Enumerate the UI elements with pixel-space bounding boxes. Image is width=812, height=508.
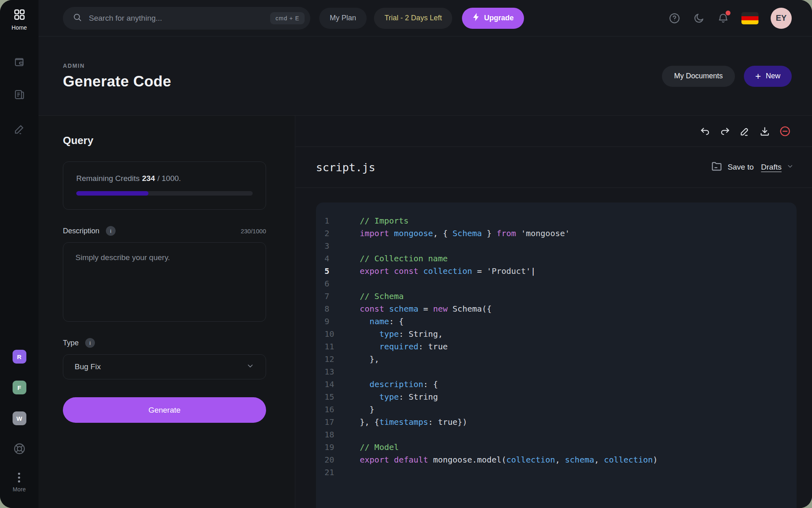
trial-badge[interactable]: Trial - 2 Days Left [374, 8, 452, 29]
line-number: 19 [324, 441, 360, 454]
notifications-bell-icon[interactable] [717, 12, 729, 24]
line-number: 11 [324, 340, 360, 353]
save-target-drafts: Drafts [761, 163, 782, 172]
line-content: } [360, 403, 374, 416]
type-select[interactable]: Bug Fix [63, 354, 266, 379]
line-number: 10 [324, 328, 360, 340]
editor-panel: script.js Save to Drafts 1// Imports2imp… [296, 116, 812, 508]
edit-pencil-icon[interactable] [739, 126, 750, 137]
type-label: Type [63, 339, 79, 347]
page-title: Generate Code [63, 73, 171, 90]
sidebar-item-documents[interactable] [13, 88, 26, 101]
pencil-icon [13, 123, 26, 135]
my-documents-button[interactable]: My Documents [662, 66, 735, 87]
credits-prefix: Remaining Credits [76, 174, 140, 183]
code-line: 14 description: { [324, 378, 788, 391]
help-icon[interactable] [668, 12, 681, 24]
my-plan-button[interactable]: My Plan [319, 8, 367, 29]
sidebar-more-label: More [13, 486, 26, 493]
grid-icon [13, 8, 26, 21]
topbar-icons: EY [668, 8, 792, 29]
search-shortcut-badge: cmd + E [270, 12, 305, 24]
code-line: 20export default mongoose.model(collecti… [324, 454, 788, 466]
line-content: import mongoose, { Schema } from 'mongoo… [360, 227, 570, 240]
more-dots-icon [17, 472, 21, 483]
line-content: description: { [360, 378, 438, 391]
sidebar-item-home[interactable]: Home [11, 8, 27, 31]
undo-icon[interactable] [700, 126, 711, 137]
line-content: // Imports [360, 215, 408, 227]
line-number: 15 [324, 391, 360, 403]
chevron-down-icon [786, 163, 794, 172]
user-avatar[interactable]: EY [771, 8, 792, 29]
line-number: 9 [324, 315, 360, 328]
line-number: 8 [324, 303, 360, 315]
description-info-icon[interactable]: i [106, 226, 116, 236]
sidebar-workspaces: R F W [13, 350, 26, 425]
line-content: }, {timestamps: true}) [360, 416, 467, 428]
upgrade-button[interactable]: Upgrade [462, 8, 524, 29]
editor-toolbar [296, 116, 812, 147]
credits-value: 234 [142, 174, 155, 183]
code-lines: 1// Imports2import mongoose, { Schema } … [324, 215, 788, 479]
line-number: 3 [324, 240, 360, 252]
code-line: 7// Schema [324, 290, 788, 303]
line-content: const schema = new Schema({ [360, 303, 492, 315]
line-number: 7 [324, 290, 360, 303]
workspace-avatar-f[interactable]: F [13, 381, 26, 394]
type-info-icon[interactable]: i [85, 338, 95, 348]
sidebar-item-more[interactable]: More [13, 472, 26, 493]
notification-dot [726, 11, 730, 15]
line-number: 17 [324, 416, 360, 428]
code-line: 16 } [324, 403, 788, 416]
remove-minus-circle-icon[interactable] [779, 125, 791, 137]
description-char-counter: 230/1000 [241, 228, 266, 235]
type-select-value: Bug Fix [75, 362, 101, 371]
workspace-avatar-w[interactable]: W [13, 411, 26, 425]
line-number: 6 [324, 278, 360, 290]
line-content: export default mongoose.model(collection… [360, 454, 658, 466]
code-line: 4// Collection name [324, 252, 788, 265]
code-editor[interactable]: 1// Imports2import mongoose, { Schema } … [316, 202, 797, 508]
breadcrumb-eyebrow: ADMIN [63, 62, 171, 69]
line-number: 16 [324, 403, 360, 416]
new-document-button[interactable]: + New [744, 66, 792, 87]
app-window: Home [0, 0, 812, 508]
line-content: // Schema [360, 290, 404, 303]
german-flag-icon[interactable] [741, 12, 758, 24]
code-line: 2import mongoose, { Schema } from 'mongo… [324, 227, 788, 240]
search-input[interactable]: Search for anything... cmd + E [63, 7, 310, 30]
sidebar-item-wallet[interactable] [13, 56, 26, 68]
filename-label: script.js [316, 161, 375, 174]
generate-button[interactable]: Generate [63, 397, 266, 423]
wallet-icon [13, 56, 26, 68]
type-field-header: Type i [63, 338, 266, 348]
code-line: 18 [324, 428, 788, 441]
line-number: 5 [324, 265, 360, 278]
line-content: }, [360, 353, 379, 366]
search-placeholder: Search for anything... [89, 14, 270, 23]
credits-text: Remaining Credits234/ 1000. [76, 174, 253, 183]
code-line: 8const schema = new Schema({ [324, 303, 788, 315]
chevron-down-icon [246, 362, 254, 372]
new-button-label: New [766, 72, 780, 80]
line-number: 2 [324, 227, 360, 240]
sidebar-item-edit[interactable] [13, 123, 26, 135]
save-to-drafts-button[interactable]: Save to Drafts [711, 160, 794, 174]
dark-mode-moon-icon[interactable] [693, 12, 705, 24]
plus-icon: + [755, 71, 761, 81]
download-icon[interactable] [759, 126, 770, 137]
sidebar-home-label: Home [11, 24, 27, 31]
query-panel: Query Remaining Credits234/ 1000. Descri… [39, 116, 295, 508]
description-textarea[interactable]: Simply describe your query. [63, 242, 266, 322]
workspace-avatar-r[interactable]: R [13, 350, 26, 364]
support-icon[interactable] [13, 442, 26, 457]
line-number: 12 [324, 353, 360, 366]
code-line: 6 [324, 278, 788, 290]
line-number: 13 [324, 366, 360, 378]
code-line: 10 type: String, [324, 328, 788, 340]
line-content: export const collection = 'Product'| [360, 265, 536, 278]
folder-icon [711, 160, 723, 174]
code-line: 11 required: true [324, 340, 788, 353]
redo-icon[interactable] [720, 126, 730, 137]
